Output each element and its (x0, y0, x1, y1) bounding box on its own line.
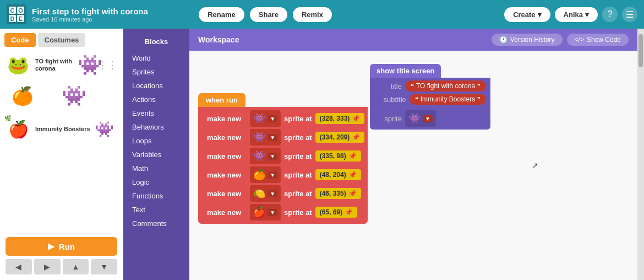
topbar-right: Create ▾ Anika ▾ ? ☰ (504, 7, 637, 22)
tab-bar: Code Costumes (0, 29, 123, 47)
sprite-dropdown-6[interactable]: ▼ (268, 209, 277, 216)
pin-icon-3: 📌 (348, 152, 357, 160)
sidebar-item-comments[interactable]: Comments (123, 217, 189, 230)
sprite-thumb-title: 👾 (408, 112, 421, 125)
sprite-dropdown-3[interactable]: ▼ (268, 153, 277, 160)
user-button[interactable]: Anika ▾ (555, 7, 598, 22)
sprite-dropdown-1[interactable]: ▼ (268, 115, 277, 122)
sidebar-item-loops[interactable]: Loops (123, 134, 189, 148)
sprite-at-label-1: sprite at (284, 115, 312, 123)
sprite-at-label-3: sprite at (284, 152, 312, 160)
tab-costumes[interactable]: Costumes (38, 33, 86, 47)
coords-block-4: (48, 204) 📌 (315, 169, 361, 180)
logo-e: E (17, 15, 24, 22)
sidebar-item-behaviors[interactable]: Behaviors (123, 120, 189, 134)
clock-icon: 🕐 (499, 36, 507, 44)
sprite-select-title[interactable]: 👾 ▼ (405, 110, 436, 127)
nav-right-button[interactable]: ▶ (34, 259, 61, 274)
nav-up-button[interactable]: ▲ (63, 259, 89, 274)
sprite-thumb-5: 🍋 (253, 187, 265, 200)
menu-button[interactable]: ☰ (622, 7, 637, 22)
table-row: make new 👾 ▼ sprite at (334, 209) 📌 (201, 129, 364, 146)
pin-icon-5: 📌 (348, 190, 357, 197)
coords-block-5: (46, 335) 📌 (315, 188, 361, 199)
sprite-dropdown-title[interactable]: ▼ (423, 115, 433, 122)
pin-icon-1: 📌 (352, 115, 360, 122)
sprite-dropdown-4[interactable]: ▼ (268, 171, 277, 179)
sprite-row-block: sprite 👾 ▼ (370, 107, 490, 130)
sidebar-item-world[interactable]: World (123, 51, 189, 65)
sprite-select-2[interactable]: 👾 ▼ (250, 129, 281, 146)
title-row: title TO fight with corona (374, 80, 486, 91)
sidebar-item-math[interactable]: Math (123, 161, 189, 175)
list-item: 🌿 🍎 Immunity Boosters 👾 (4, 115, 118, 143)
create-button[interactable]: Create ▾ (504, 7, 550, 22)
sidebar-item-actions[interactable]: Actions (123, 93, 189, 106)
sidebar-item-functions[interactable]: Functions (123, 189, 189, 203)
table-row: make new 👾 ▼ sprite at (328, 333) 📌 (201, 110, 364, 127)
table-row: make new 🍋 ▼ sprite at (46, 335) 📌 (201, 185, 364, 202)
table-row: make new 🍎 ▼ sprite at (65, 69) 📌 (201, 204, 364, 220)
remix-button[interactable]: Remix (293, 7, 332, 22)
pin-icon-4: 📌 (348, 171, 357, 179)
workspace: Workspace 🕐 Version History </> Show Cod… (189, 29, 637, 280)
sprite-icon-monster1: 🐸 (4, 51, 32, 79)
rename-button[interactable]: Rename (199, 7, 244, 22)
logo-d: D (9, 15, 16, 22)
sprite-thumb-3: 👾 (253, 150, 265, 162)
sprite-at-label-2: sprite at (284, 133, 312, 142)
workspace-actions: 🕐 Version History </> Show Code (492, 34, 629, 46)
sprite-dropdown-2[interactable]: ▼ (268, 134, 277, 141)
sprite-field-label: sprite (374, 115, 402, 123)
sprite-select-6[interactable]: 🍎 ▼ (250, 204, 281, 220)
title-field-label: title (374, 82, 402, 90)
sidebar-item-text[interactable]: Text (123, 203, 189, 217)
sidebar-item-sprites[interactable]: Sprites (123, 65, 189, 79)
nav-left-button[interactable]: ◀ (6, 259, 32, 274)
coords-block-1: (328, 333) 📌 (315, 113, 365, 124)
sidebar-item-variables[interactable]: Variables (123, 148, 189, 161)
sidebar-item-events[interactable]: Events (123, 106, 189, 120)
nav-down-button[interactable]: ▼ (91, 259, 117, 274)
show-code-button[interactable]: </> Show Code (567, 34, 629, 46)
scrollbar[interactable] (637, 29, 644, 280)
coords-block-3: (335, 98) 📌 (315, 150, 361, 161)
share-button[interactable]: Share (250, 7, 287, 22)
tab-code[interactable]: Code (4, 33, 36, 47)
sprite-dropdown-5[interactable]: ▼ (268, 190, 277, 197)
main-layout: Code Costumes 🐸 TO fight withcorona 👾 ⋮⋮… (0, 29, 644, 280)
sprite-at-label-4: sprite at (284, 171, 312, 179)
make-new-label-6: make new (201, 206, 247, 219)
sprite-select-4[interactable]: 🍊 ▼ (250, 166, 281, 183)
show-title-block: show title screen title TO fight with co… (370, 64, 490, 130)
create-chevron-icon: ▾ (538, 10, 542, 19)
sprite-thumb-4: 🍊 (253, 169, 265, 181)
help-button[interactable]: ? (602, 7, 618, 22)
table-row: make new 👾 ▼ sprite at (335, 98) 📌 (201, 148, 364, 164)
subtitle-row: subtitle Immunity Boosters (374, 94, 486, 105)
user-chevron-icon: ▾ (585, 10, 589, 19)
make-new-label-4: make new (201, 169, 247, 181)
project-saved: Saved 16 minutes ago (32, 16, 193, 23)
title-container: title TO fight with corona subtitle Immu… (370, 78, 490, 107)
code-area: when run make new 👾 ▼ sprite at (328, 33… (189, 51, 637, 280)
sprite-select-5[interactable]: 🍋 ▼ (250, 185, 281, 202)
sidebar-item-logic[interactable]: Logic (123, 175, 189, 189)
sprite-select-3[interactable]: 👾 ▼ (250, 148, 281, 164)
sidebar-item-locations[interactable]: Locations (123, 79, 189, 93)
sprite-area: 🐸 TO fight withcorona 👾 ⋮⋮ 🍊 👾 🌿 (0, 47, 123, 234)
subtitle-field-label: subtitle (379, 95, 406, 104)
run-button[interactable]: ▶ Run (6, 237, 117, 256)
topbar: C O D E First step to fight with corona … (0, 0, 644, 29)
version-history-button[interactable]: 🕐 Version History (492, 34, 563, 46)
coords-block-6: (65, 69) 📌 (315, 207, 357, 218)
show-title-label: show title screen (370, 64, 441, 78)
table-row: make new 🍊 ▼ sprite at (48, 204) 📌 (201, 166, 364, 183)
pin-icon-6: 📌 (345, 208, 353, 216)
coords-block-2: (334, 209) 📌 (315, 132, 365, 143)
sprite-select-1[interactable]: 👾 ▼ (250, 110, 281, 127)
drag-handle-1[interactable]: ⋮⋮ (97, 59, 117, 71)
sprite-icon-orange: 🍊 (9, 82, 36, 110)
sprite-monster-2: 👾 (62, 84, 86, 107)
sprite-label-1: TO fight withcorona (35, 58, 72, 72)
